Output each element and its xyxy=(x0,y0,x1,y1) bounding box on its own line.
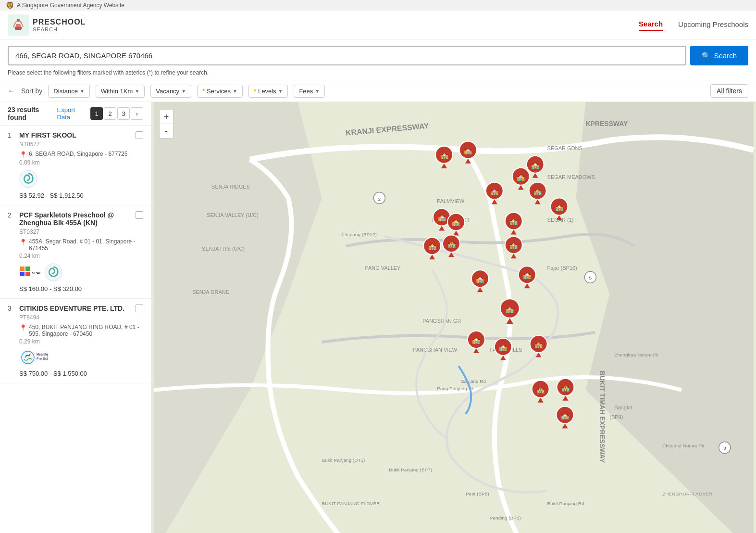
services-select[interactable]: * Services ▼ xyxy=(197,85,243,98)
svg-text:🏫: 🏫 xyxy=(531,161,540,169)
vacancy-select[interactable]: Vacancy ▼ xyxy=(150,85,191,98)
card-3-id: PT8494 xyxy=(19,314,143,321)
fees-chevron-icon: ▼ xyxy=(315,89,320,94)
spiral-logo-1 xyxy=(19,170,37,188)
search-hint: Please select the following filters mark… xyxy=(8,69,748,76)
all-filters-button[interactable]: All filters xyxy=(710,84,748,98)
svg-text:SENJA GRAND: SENJA GRAND xyxy=(192,289,229,295)
page-btn-next[interactable]: › xyxy=(131,107,143,120)
svg-text:🏫: 🏫 xyxy=(509,241,518,250)
page-btn-2[interactable]: 2 xyxy=(104,107,116,120)
back-arrow[interactable]: ← xyxy=(8,87,15,95)
logo-icon xyxy=(8,14,29,36)
card-1-name[interactable]: MY FIRST SKOOL xyxy=(19,131,132,139)
svg-text:PALMVIEW: PALMVIEW xyxy=(437,198,465,204)
within-value: Within 1Km xyxy=(101,88,133,95)
svg-text:🏫: 🏫 xyxy=(536,386,545,394)
export-data-link[interactable]: Export Data xyxy=(57,106,85,121)
svg-text:🏫: 🏫 xyxy=(472,336,481,344)
svg-text:🏫: 🏫 xyxy=(517,173,525,181)
svg-text:SENJA HTS (U/C): SENJA HTS (U/C) xyxy=(202,246,245,252)
svg-text:🏫: 🏫 xyxy=(561,384,570,392)
services-value: Services xyxy=(207,88,231,95)
card-3-checkbox[interactable] xyxy=(136,305,143,312)
card-1-id: NT0577 xyxy=(19,141,143,148)
nav-upcoming[interactable]: Upcoming Preschools xyxy=(678,20,748,30)
svg-text:🏫: 🏫 xyxy=(509,217,518,226)
svg-text:🏫: 🏫 xyxy=(428,242,437,251)
svg-text:SPARK: SPARK xyxy=(32,271,40,275)
pin-icon-1: 📍 xyxy=(19,151,27,158)
fees-value: Fees xyxy=(299,88,313,95)
card-2-address: 📍 455A, Segar Road, # 01 - 01, Singapore… xyxy=(19,238,143,252)
svg-text:BUKIT TIMAH EXPRESSWAY: BUKIT TIMAH EXPRESSWAY xyxy=(598,371,606,463)
logo-text: PRESCHOOL SEARCH xyxy=(33,18,86,32)
svg-text:🏫: 🏫 xyxy=(452,218,460,227)
school-card-3: 3 CITIKIDS EDVENTURE PTE. LTD. PT8494 📍 … xyxy=(0,299,151,383)
card-2-address-text: 455A, Segar Road, # 01 - 01, Singapore -… xyxy=(29,238,143,252)
svg-text:🏫: 🏫 xyxy=(490,188,499,196)
svg-text:🏫: 🏫 xyxy=(555,203,564,212)
pin-icon-2: 📍 xyxy=(19,239,27,246)
nav-search[interactable]: Search xyxy=(639,20,663,31)
search-area: 🔍 Search Please select the following fil… xyxy=(0,40,756,80)
search-button[interactable]: 🔍 Search xyxy=(690,46,748,65)
svg-text:🏫: 🏫 xyxy=(447,240,456,248)
svg-text:Chestnut Nature Pk: Chestnut Nature Pk xyxy=(662,443,704,448)
card-2-header: 2 PCF Sparkletots Preschool @ Zhenghua B… xyxy=(8,211,143,227)
search-input[interactable] xyxy=(8,46,686,65)
card-1-price: S$ 52.92 - S$ 1,912.50 xyxy=(19,192,143,199)
svg-text:Zhenghua Nature Pk: Zhenghua Nature Pk xyxy=(614,352,658,357)
svg-text:Bangkit: Bangkit xyxy=(614,405,632,410)
card-3-address: 📍 450, BUKIT PANJANG RING ROAD, # 01 - 5… xyxy=(19,324,143,337)
svg-point-2 xyxy=(20,170,37,188)
levels-value: Levels xyxy=(258,88,276,95)
page-btn-1[interactable]: 1 xyxy=(90,107,103,120)
services-asterisk: * xyxy=(202,88,205,95)
spiral-logo-2 xyxy=(44,263,62,281)
svg-text:PANGSHAN GR: PANGSHAN GR xyxy=(422,318,461,324)
vacancy-value: Vacancy xyxy=(156,88,179,95)
card-1-address-text: 6, SEGAR ROAD, Singapore - 677725 xyxy=(29,151,127,157)
svg-text:🏫: 🏫 xyxy=(506,305,514,314)
svg-text:🏫: 🏫 xyxy=(464,147,472,155)
card-2-distance: 0.24 km xyxy=(19,253,143,259)
levels-asterisk: * xyxy=(254,88,256,95)
svg-text:🏫: 🏫 xyxy=(440,152,449,160)
zoom-in-button[interactable]: + xyxy=(159,110,174,124)
page-btn-3[interactable]: 3 xyxy=(117,107,130,120)
card-2-name[interactable]: PCF Sparkletots Preschool @ Zhenghua Blk… xyxy=(19,211,132,227)
header: PRESCHOOL SEARCH Search Upcoming Prescho… xyxy=(0,11,756,40)
svg-text:PANG VALLEY: PANG VALLEY xyxy=(365,265,401,271)
within-select[interactable]: Within 1Km ▼ xyxy=(96,85,145,98)
zoom-out-button[interactable]: - xyxy=(159,124,174,139)
map-area[interactable]: + - KRANJI EXPRESSWAY KPRESSWAY BUKIT TI… xyxy=(151,102,756,533)
svg-text:Pre-School: Pre-School xyxy=(37,357,48,360)
svg-point-1 xyxy=(17,19,20,22)
filter-row: ← Sort by Distance ▼ Within 1Km ▼ Vacanc… xyxy=(0,80,756,102)
svg-text:Bukit Panjang Rd: Bukit Panjang Rd xyxy=(547,501,584,506)
main-layout: 23 results found Export Data 1 2 3 › 1 M… xyxy=(0,102,756,533)
svg-point-11 xyxy=(22,351,34,364)
fees-select[interactable]: Fees ▼ xyxy=(294,85,325,98)
svg-text:🏫: 🏫 xyxy=(523,271,532,279)
card-2-checkbox[interactable] xyxy=(136,211,143,219)
svg-text:SENJA VALLEY (U/C): SENJA VALLEY (U/C) xyxy=(207,212,259,218)
card-3-name[interactable]: CITIKIDS EDVENTURE PTE. LTD. xyxy=(19,305,132,312)
services-chevron-icon: ▼ xyxy=(233,89,237,94)
svg-text:SENJA RIDGES: SENJA RIDGES xyxy=(211,184,250,190)
card-3-address-text: 450, BUKIT PANJANG RING ROAD, # 01 - 595… xyxy=(29,324,143,337)
school-card-1: 1 MY FIRST SKOOL NT0577 📍 6, SEGAR ROAD,… xyxy=(0,126,151,205)
svg-text:Fajar (BP10): Fajar (BP10) xyxy=(547,265,577,271)
map-controls: + - xyxy=(159,110,174,139)
card-1-checkbox[interactable] xyxy=(136,131,143,139)
svg-rect-5 xyxy=(25,266,30,271)
results-header: 23 results found Export Data 1 2 3 › xyxy=(0,102,151,126)
sort-value: Distance xyxy=(53,88,78,95)
svg-text:Pending (BP8): Pending (BP8) xyxy=(490,515,521,520)
sort-by-select[interactable]: Distance ▼ xyxy=(48,85,89,98)
logo-area: PRESCHOOL SEARCH xyxy=(8,14,86,36)
levels-select[interactable]: * Levels ▼ xyxy=(248,85,288,98)
svg-text:3: 3 xyxy=(723,445,726,451)
school-card-2: 2 PCF Sparkletots Preschool @ Zhenghua B… xyxy=(0,205,151,299)
